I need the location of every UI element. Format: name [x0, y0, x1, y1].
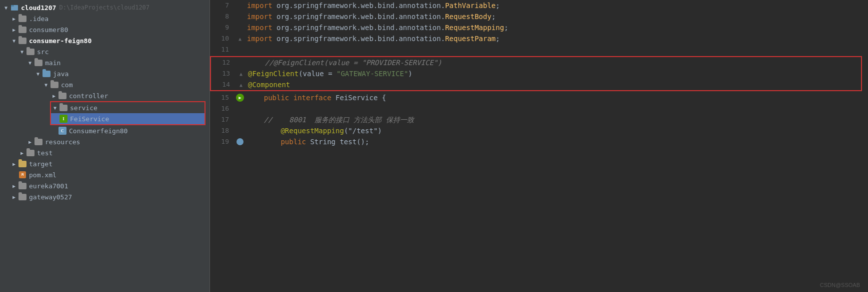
line-number-12: 12 — [211, 57, 236, 68]
code-content: 7 import org.springframework.web.bind.an… — [210, 0, 868, 292]
code-line-13: 13 ▲ @FeignClient(value = "GATEWAY-SERVI… — [211, 68, 861, 79]
fold-icon-13[interactable]: ▲ — [237, 70, 245, 78]
consumerfeign80-label: Consumerfeign80 — [69, 127, 128, 135]
tree-arrow-root: ▼ — [2, 5, 10, 11]
code-line-12: 12 //@FeignClient(value = "PROVIDER-SERV… — [211, 57, 861, 68]
gutter-19 — [235, 136, 245, 147]
folder-eureka7001-icon — [18, 181, 27, 190]
folder-service-icon — [59, 103, 68, 112]
src-label: src — [37, 48, 48, 56]
tree-item-target[interactable]: ▶ target — [0, 158, 210, 169]
line-number-7: 7 — [210, 0, 235, 11]
code-line-11: 11 — [210, 44, 868, 55]
line-number-11: 11 — [210, 44, 235, 55]
folder-consumer-feign80-icon — [18, 36, 27, 45]
folder-gateway0527-icon — [18, 192, 27, 201]
gutter-14: ▲ — [236, 79, 246, 90]
tree-arrow-gateway0527: ▶ — [10, 194, 18, 200]
root-label: cloud1207 — [21, 4, 56, 12]
line-content-16 — [245, 103, 868, 114]
file-tree-panel: ▼ cloud1207 D:\IdeaProjects\cloud1207 ▶ … — [0, 0, 210, 292]
gutter-17 — [235, 114, 245, 125]
test-label: test — [37, 149, 52, 157]
tree-root[interactable]: ▼ cloud1207 D:\IdeaProjects\cloud1207 — [0, 2, 210, 13]
code-line-17: 17 // 8001 服务的接口 方法头部 保持一致 — [210, 114, 868, 125]
folder-controller-icon — [58, 91, 67, 100]
tree-item-consumer80[interactable]: ▶ consumer80 — [0, 24, 210, 35]
line-number-10: 10 — [210, 33, 235, 44]
tree-item-main[interactable]: ▼ main — [0, 57, 210, 68]
tree-arrow-consumer-feign80: ▼ — [10, 38, 18, 44]
fold-icon-10[interactable]: ▲ — [236, 35, 244, 43]
pomxml-label: pom.xml — [29, 171, 56, 179]
folder-idea-icon — [18, 14, 27, 23]
tree-arrow-test: ▶ — [18, 150, 26, 156]
folder-main-icon — [34, 58, 43, 67]
gutter-12 — [236, 57, 246, 68]
tree-item-feiservice[interactable]: I FeiService — [51, 113, 204, 124]
line-content-8: import org.springframework.web.bind.anno… — [245, 11, 868, 22]
tree-item-idea[interactable]: ▶ .idea — [0, 13, 210, 24]
folder-test-icon — [26, 148, 35, 157]
bean-icon-19 — [236, 138, 244, 145]
watermark: CSDN@SSOAB — [820, 282, 860, 288]
eureka7001-label: eureka7001 — [29, 182, 68, 190]
tree-item-consumerfeign80[interactable]: ▶ C Consumerfeign80 — [0, 125, 210, 136]
tree-item-test[interactable]: ▶ test — [0, 147, 210, 158]
svg-rect-1 — [11, 5, 14, 7]
tree-arrow-main: ▼ — [26, 60, 34, 66]
folder-target-icon — [18, 159, 27, 168]
code-line-8: 8 import org.springframework.web.bind.an… — [210, 11, 868, 22]
line-number-16: 16 — [210, 103, 235, 114]
gateway0527-label: gateway0527 — [29, 193, 72, 201]
fold-icon-14[interactable]: ▲ — [237, 81, 245, 89]
line-number-8: 8 — [210, 11, 235, 22]
line-content-12: //@FeignClient(value = "PROVIDER-SERVICE… — [246, 57, 861, 68]
line-number-14: 14 — [211, 79, 236, 90]
tree-arrow-eureka7001: ▶ — [10, 183, 18, 189]
line-content-7: import org.springframework.web.bind.anno… — [245, 0, 868, 11]
code-line-18: 18 @RequestMapping("/test") — [210, 125, 868, 136]
tree-item-gateway0527[interactable]: ▶ gateway0527 — [0, 191, 210, 202]
tree-item-controller[interactable]: ▶ controller — [0, 90, 210, 101]
line-content-10: import org.springframework.web.bind.anno… — [245, 33, 868, 44]
project-icon — [10, 3, 19, 12]
tree-item-eureka7001[interactable]: ▶ eureka7001 — [0, 180, 210, 191]
tree-item-consumer-feign80[interactable]: ▼ consumer-feign80 — [0, 35, 210, 46]
line-number-9: 9 — [210, 22, 235, 33]
main-label: main — [45, 59, 60, 67]
line-content-19: public String test(); — [245, 136, 868, 147]
gutter-13: ▲ — [236, 68, 246, 79]
code-line-14: 14 ▲ @Component — [211, 79, 861, 90]
folder-src-icon — [26, 47, 35, 56]
line-number-13: 13 — [211, 68, 236, 79]
code-line-16: 16 — [210, 103, 868, 114]
target-label: target — [29, 160, 52, 168]
com-label: com — [61, 81, 72, 89]
line-number-18: 18 — [210, 125, 235, 136]
run-icon-15[interactable]: ▶ — [236, 94, 244, 102]
xml-pomxml-icon: M — [18, 170, 27, 179]
line-content-11 — [245, 44, 868, 55]
tree-item-resources[interactable]: ▶ resources — [0, 136, 210, 147]
gutter-11 — [235, 44, 245, 55]
code-editor[interactable]: 7 import org.springframework.web.bind.an… — [210, 0, 868, 292]
tree-arrow-resources: ▶ — [26, 139, 34, 145]
tree-item-java[interactable]: ▼ java — [0, 68, 210, 79]
line-number-17: 17 — [210, 114, 235, 125]
code-line-10: 10 ▲ import org.springframework.web.bind… — [210, 33, 868, 44]
tree-item-service[interactable]: ▼ service — [51, 102, 204, 113]
tree-item-src[interactable]: ▼ src — [0, 46, 210, 57]
resources-label: resources — [45, 138, 80, 146]
folder-com-icon — [50, 80, 59, 89]
tree-arrow-consumer80: ▶ — [10, 27, 18, 33]
tree-item-pomxml[interactable]: M pom.xml — [0, 169, 210, 180]
tree-item-com[interactable]: ▼ com — [0, 79, 210, 90]
interface-feiservice-icon: I — [59, 114, 68, 123]
consumer-feign80-label: consumer-feign80 — [29, 37, 92, 45]
gutter-15: ▶ — [235, 92, 245, 103]
folder-resources-icon — [34, 137, 43, 146]
tree-arrow-controller: ▶ — [50, 93, 58, 99]
line-content-9: import org.springframework.web.bind.anno… — [245, 22, 868, 33]
line-content-18: @RequestMapping("/test") — [245, 125, 868, 136]
